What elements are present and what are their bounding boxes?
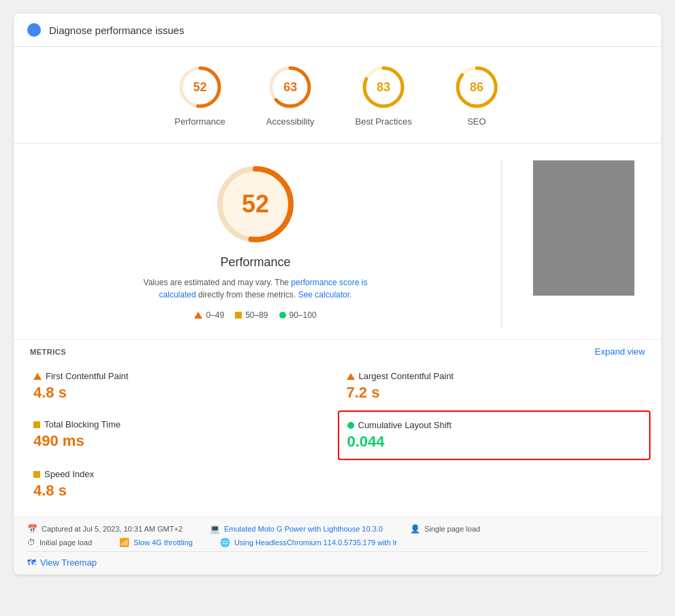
score-seo[interactable]: 86 SEO: [453, 63, 501, 127]
treemap-label: View Treemap: [40, 557, 97, 568]
signal-icon: 📶: [119, 538, 129, 547]
vertical-divider: [501, 160, 502, 328]
triangle-indicator-fcp: [33, 373, 42, 380]
metric-fcp-top: First Contentful Paint: [33, 371, 329, 381]
metric-empty: [338, 460, 651, 508]
globe-icon: 🌐: [220, 538, 230, 547]
triangle-icon: [194, 312, 202, 319]
metric-lcp-name: Largest Contentful Paint: [359, 371, 454, 381]
metric-cls: Cumulative Layout Shift 0.044: [338, 410, 651, 460]
left-panel: 52 Performance Values are estimated and …: [30, 160, 481, 328]
main-card: Diagnose performance issues 52 Performan…: [14, 14, 661, 574]
metric-lcp-value: 7.2 s: [347, 384, 642, 402]
square-indicator-si: [33, 471, 40, 478]
footer-page-load: ⏱ Initial page load: [27, 538, 92, 547]
timer-icon: ⏱: [27, 538, 35, 547]
metric-cls-value: 0.044: [347, 433, 642, 451]
legend-high: 90–100: [279, 310, 317, 320]
metric-si: Speed Index 4.8 s: [25, 460, 338, 508]
footer-chromium-link[interactable]: Using HeadlessChromium 114.0.5735.179 wi…: [234, 538, 397, 547]
metric-fcp-name: First Contentful Paint: [46, 371, 128, 381]
footer-load-type-text: Single page load: [424, 525, 480, 533]
big-circle: 52: [211, 160, 300, 248]
footer: 📅 Captured at Jul 5, 2023, 10:31 AM GMT+…: [14, 517, 661, 574]
footer-row-2: ⏱ Initial page load 📶 Slow 4G throttling…: [27, 538, 648, 547]
metric-fcp-value: 4.8 s: [33, 384, 329, 402]
description-text: Values are estimated and may vary. The p…: [133, 276, 378, 301]
performance-label: Performance: [220, 255, 290, 270]
expand-view-button[interactable]: Expand view: [595, 346, 645, 357]
footer-bottom: 🗺 View Treemap: [27, 551, 648, 568]
square-icon: [235, 312, 242, 319]
footer-emulated-link[interactable]: Emulated Moto G Power with Lighthouse 10…: [224, 525, 383, 533]
footer-captured: 📅 Captured at Jul 5, 2023, 10:31 AM GMT+…: [27, 524, 183, 534]
score-circle-accessibility: 63: [266, 63, 314, 111]
footer-chromium: 🌐 Using HeadlessChromium 114.0.5735.179 …: [220, 538, 397, 547]
score-value-seo: 86: [470, 80, 484, 95]
score-circle-seo: 86: [453, 63, 501, 111]
score-value-accessibility: 63: [283, 80, 297, 95]
view-treemap-button[interactable]: 🗺 View Treemap: [27, 557, 648, 568]
header-title: Diagnose performance issues: [49, 25, 184, 36]
score-value-performance: 52: [193, 80, 207, 95]
scores-section: 52 Performance 63 Accessibility 83: [14, 47, 661, 144]
square-indicator-tbt: [33, 421, 40, 428]
footer-page-load-text: Initial page load: [40, 538, 92, 547]
footer-captured-text: Captured at Jul 5, 2023, 10:31 AM GMT+2: [42, 525, 183, 533]
circle-indicator-cls: [347, 422, 354, 429]
header-icon: [27, 23, 41, 37]
user-icon: 👤: [410, 524, 420, 534]
metric-cls-name: Cumulative Layout Shift: [358, 420, 452, 430]
metric-si-value: 4.8 s: [33, 482, 329, 500]
footer-load-type: 👤 Single page load: [410, 524, 480, 534]
header: Diagnose performance issues: [14, 14, 661, 47]
score-circle-best-practices: 83: [360, 63, 407, 111]
metrics-header: METRICS Expand view: [14, 340, 661, 362]
circle-icon: [279, 312, 286, 319]
score-label-accessibility: Accessibility: [266, 116, 315, 127]
footer-throttling: 📶 Slow 4G throttling: [119, 538, 193, 547]
score-best-practices[interactable]: 83 Best Practices: [356, 63, 412, 127]
legend-range-mid: 50–89: [245, 310, 268, 320]
legend-range-high: 90–100: [289, 310, 317, 320]
metric-si-name: Speed Index: [44, 469, 94, 479]
score-accessibility[interactable]: 63 Accessibility: [266, 63, 315, 127]
treemap-icon: 🗺: [27, 557, 36, 568]
main-content: 52 Performance Values are estimated and …: [14, 144, 661, 340]
legend: 0–49 50–89 90–100: [194, 310, 316, 320]
metric-tbt-value: 490 ms: [33, 432, 329, 450]
footer-emulated: 💻 Emulated Moto G Power with Lighthouse …: [210, 524, 383, 534]
metric-lcp: Largest Contentful Paint 7.2 s: [338, 362, 651, 410]
screenshot-thumbnail: [533, 160, 635, 296]
metric-si-top: Speed Index: [33, 469, 329, 479]
score-label-best-practices: Best Practices: [356, 116, 412, 127]
big-score-wrapper: 52 Performance Values are estimated and …: [30, 160, 481, 320]
metric-tbt-name: Total Blocking Time: [44, 419, 121, 429]
big-score-number: 52: [242, 190, 269, 218]
metric-tbt: Total Blocking Time 490 ms: [25, 410, 338, 460]
score-value-best-practices: 83: [377, 80, 390, 95]
legend-mid: 50–89: [235, 310, 268, 320]
footer-throttling-link[interactable]: Slow 4G throttling: [134, 538, 193, 547]
score-label-seo: SEO: [467, 116, 486, 127]
score-label-performance: Performance: [174, 116, 225, 127]
laptop-icon: 💻: [210, 524, 220, 534]
legend-range-low: 0–49: [206, 310, 224, 320]
metric-tbt-top: Total Blocking Time: [33, 419, 329, 429]
right-panel: [522, 160, 645, 328]
triangle-indicator-lcp: [347, 373, 355, 380]
metrics-label: METRICS: [30, 348, 66, 356]
legend-low: 0–49: [194, 310, 224, 320]
calendar-icon: 📅: [27, 524, 37, 534]
calculator-link[interactable]: See calculator.: [298, 290, 352, 299]
score-performance[interactable]: 52 Performance: [174, 63, 225, 127]
metric-cls-top: Cumulative Layout Shift: [347, 420, 642, 430]
score-circle-performance: 52: [176, 63, 224, 111]
metric-lcp-top: Largest Contentful Paint: [347, 371, 642, 381]
footer-row-1: 📅 Captured at Jul 5, 2023, 10:31 AM GMT+…: [27, 524, 648, 534]
metric-fcp: First Contentful Paint 4.8 s: [25, 362, 338, 410]
metrics-grid: First Contentful Paint 4.8 s Largest Con…: [14, 362, 661, 517]
